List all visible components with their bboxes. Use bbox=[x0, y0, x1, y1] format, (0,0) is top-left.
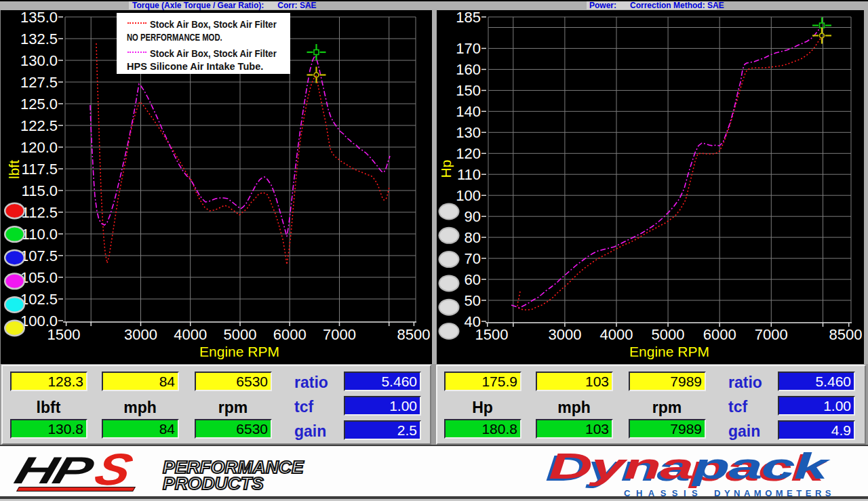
svg-text:60: 60 bbox=[465, 271, 481, 288]
svg-text:110: 110 bbox=[457, 166, 481, 183]
svg-text:127.5: 127.5 bbox=[20, 74, 58, 91]
svg-text:7000: 7000 bbox=[323, 326, 356, 343]
svg-text:132.5: 132.5 bbox=[20, 31, 58, 47]
svg-text:107.5: 107.5 bbox=[20, 247, 58, 264]
svg-text:160: 160 bbox=[456, 61, 481, 78]
svg-text:lbft: lbft bbox=[6, 160, 22, 179]
svg-text:4000: 4000 bbox=[600, 326, 633, 343]
svg-text:110.0: 110.0 bbox=[22, 226, 58, 243]
svg-text:140: 140 bbox=[456, 103, 481, 120]
svg-text:102.5: 102.5 bbox=[20, 291, 58, 308]
svg-text:185: 185 bbox=[456, 9, 481, 26]
svg-text:8500: 8500 bbox=[829, 326, 863, 343]
svg-text:130: 130 bbox=[456, 124, 481, 141]
svg-text:112.5: 112.5 bbox=[22, 204, 58, 221]
svg-text:5000: 5000 bbox=[224, 326, 257, 343]
svg-text:135.0: 135.0 bbox=[20, 9, 58, 26]
svg-text:Engine RPM: Engine RPM bbox=[199, 344, 279, 359]
svg-text:8500: 8500 bbox=[397, 326, 431, 343]
svg-text:7000: 7000 bbox=[755, 326, 788, 343]
svg-text:117.5: 117.5 bbox=[22, 161, 58, 178]
svg-text:6000: 6000 bbox=[703, 326, 736, 343]
svg-text:1500: 1500 bbox=[475, 326, 509, 343]
svg-text:105.0: 105.0 bbox=[20, 269, 58, 286]
svg-text:50: 50 bbox=[465, 292, 481, 309]
svg-text:1500: 1500 bbox=[47, 326, 81, 343]
svg-text:100: 100 bbox=[456, 187, 481, 204]
svg-text:120.0: 120.0 bbox=[20, 139, 58, 156]
svg-text:115.0: 115.0 bbox=[22, 182, 58, 199]
svg-text:Hp: Hp bbox=[438, 160, 454, 178]
svg-text:125.0: 125.0 bbox=[20, 96, 58, 113]
svg-text:3000: 3000 bbox=[124, 326, 157, 343]
svg-text:70: 70 bbox=[465, 250, 481, 267]
svg-text:3000: 3000 bbox=[548, 326, 581, 343]
svg-text:90: 90 bbox=[465, 208, 481, 225]
svg-text:4000: 4000 bbox=[174, 326, 207, 343]
svg-text:6000: 6000 bbox=[273, 326, 307, 343]
svg-text:Engine RPM: Engine RPM bbox=[629, 344, 709, 359]
svg-text:5000: 5000 bbox=[652, 326, 685, 343]
svg-text:170: 170 bbox=[456, 40, 481, 57]
svg-text:122.5: 122.5 bbox=[20, 117, 58, 134]
svg-text:120: 120 bbox=[456, 145, 481, 162]
svg-text:130.0: 130.0 bbox=[20, 52, 58, 69]
svg-text:150: 150 bbox=[456, 82, 481, 99]
svg-text:80: 80 bbox=[465, 229, 481, 246]
